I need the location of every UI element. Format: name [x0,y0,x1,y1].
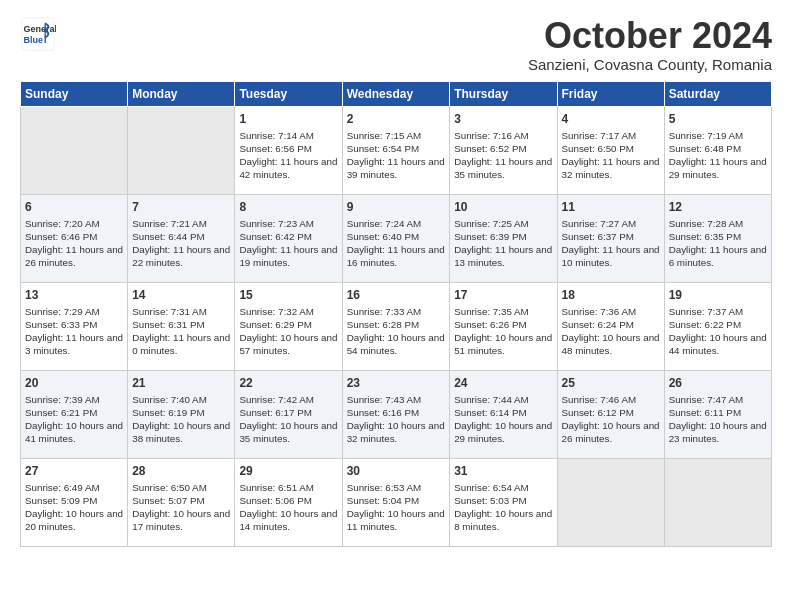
calendar-week-row: 1Sunrise: 7:14 AMSunset: 6:56 PMDaylight… [21,106,772,194]
calendar-cell: 19Sunrise: 7:37 AMSunset: 6:22 PMDayligh… [664,282,771,370]
calendar-cell: 25Sunrise: 7:46 AMSunset: 6:12 PMDayligh… [557,370,664,458]
calendar-cell: 24Sunrise: 7:44 AMSunset: 6:14 PMDayligh… [450,370,557,458]
calendar-cell: 27Sunrise: 6:49 AMSunset: 5:09 PMDayligh… [21,458,128,546]
day-info: Sunrise: 7:47 AMSunset: 6:11 PMDaylight:… [669,393,767,446]
day-info: Sunrise: 7:31 AMSunset: 6:31 PMDaylight:… [132,305,230,358]
day-info: Sunrise: 7:14 AMSunset: 6:56 PMDaylight:… [239,129,337,182]
calendar-cell: 17Sunrise: 7:35 AMSunset: 6:26 PMDayligh… [450,282,557,370]
day-number: 8 [239,199,337,215]
day-info: Sunrise: 7:16 AMSunset: 6:52 PMDaylight:… [454,129,552,182]
calendar-cell: 3Sunrise: 7:16 AMSunset: 6:52 PMDaylight… [450,106,557,194]
calendar-cell: 2Sunrise: 7:15 AMSunset: 6:54 PMDaylight… [342,106,450,194]
calendar-cell: 7Sunrise: 7:21 AMSunset: 6:44 PMDaylight… [128,194,235,282]
day-info: Sunrise: 7:37 AMSunset: 6:22 PMDaylight:… [669,305,767,358]
svg-text:General: General [24,24,56,34]
calendar-cell: 13Sunrise: 7:29 AMSunset: 6:33 PMDayligh… [21,282,128,370]
day-info: Sunrise: 7:46 AMSunset: 6:12 PMDaylight:… [562,393,660,446]
calendar-week-row: 6Sunrise: 7:20 AMSunset: 6:46 PMDaylight… [21,194,772,282]
day-number: 16 [347,287,446,303]
day-number: 18 [562,287,660,303]
day-info: Sunrise: 7:20 AMSunset: 6:46 PMDaylight:… [25,217,123,270]
calendar-cell: 8Sunrise: 7:23 AMSunset: 6:42 PMDaylight… [235,194,342,282]
calendar-cell [557,458,664,546]
day-number: 29 [239,463,337,479]
day-number: 5 [669,111,767,127]
day-info: Sunrise: 7:33 AMSunset: 6:28 PMDaylight:… [347,305,446,358]
calendar-cell: 28Sunrise: 6:50 AMSunset: 5:07 PMDayligh… [128,458,235,546]
day-info: Sunrise: 7:42 AMSunset: 6:17 PMDaylight:… [239,393,337,446]
calendar-cell: 14Sunrise: 7:31 AMSunset: 6:31 PMDayligh… [128,282,235,370]
calendar-cell: 9Sunrise: 7:24 AMSunset: 6:40 PMDaylight… [342,194,450,282]
day-info: Sunrise: 7:32 AMSunset: 6:29 PMDaylight:… [239,305,337,358]
day-info: Sunrise: 6:50 AMSunset: 5:07 PMDaylight:… [132,481,230,534]
calendar-cell: 10Sunrise: 7:25 AMSunset: 6:39 PMDayligh… [450,194,557,282]
day-info: Sunrise: 7:25 AMSunset: 6:39 PMDaylight:… [454,217,552,270]
day-info: Sunrise: 7:23 AMSunset: 6:42 PMDaylight:… [239,217,337,270]
calendar-header-friday: Friday [557,81,664,106]
calendar-header-tuesday: Tuesday [235,81,342,106]
day-number: 15 [239,287,337,303]
page-container: General Blue October 2024 Sanzieni, Cova… [0,0,792,557]
calendar-header-row: SundayMondayTuesdayWednesdayThursdayFrid… [21,81,772,106]
day-info: Sunrise: 7:39 AMSunset: 6:21 PMDaylight:… [25,393,123,446]
calendar-cell: 30Sunrise: 6:53 AMSunset: 5:04 PMDayligh… [342,458,450,546]
calendar-cell: 31Sunrise: 6:54 AMSunset: 5:03 PMDayligh… [450,458,557,546]
day-number: 13 [25,287,123,303]
day-number: 11 [562,199,660,215]
day-info: Sunrise: 7:43 AMSunset: 6:16 PMDaylight:… [347,393,446,446]
day-number: 25 [562,375,660,391]
calendar-cell: 16Sunrise: 7:33 AMSunset: 6:28 PMDayligh… [342,282,450,370]
day-info: Sunrise: 7:35 AMSunset: 6:26 PMDaylight:… [454,305,552,358]
calendar-cell: 12Sunrise: 7:28 AMSunset: 6:35 PMDayligh… [664,194,771,282]
logo-icon: General Blue [20,16,56,52]
calendar-table: SundayMondayTuesdayWednesdayThursdayFrid… [20,81,772,547]
svg-text:Blue: Blue [24,35,44,45]
day-info: Sunrise: 7:19 AMSunset: 6:48 PMDaylight:… [669,129,767,182]
day-info: Sunrise: 7:44 AMSunset: 6:14 PMDaylight:… [454,393,552,446]
day-number: 22 [239,375,337,391]
day-number: 21 [132,375,230,391]
day-number: 3 [454,111,552,127]
day-info: Sunrise: 7:21 AMSunset: 6:44 PMDaylight:… [132,217,230,270]
calendar-cell [21,106,128,194]
calendar-cell: 18Sunrise: 7:36 AMSunset: 6:24 PMDayligh… [557,282,664,370]
day-info: Sunrise: 7:27 AMSunset: 6:37 PMDaylight:… [562,217,660,270]
day-info: Sunrise: 7:40 AMSunset: 6:19 PMDaylight:… [132,393,230,446]
day-info: Sunrise: 6:49 AMSunset: 5:09 PMDaylight:… [25,481,123,534]
calendar-cell [664,458,771,546]
calendar-cell: 29Sunrise: 6:51 AMSunset: 5:06 PMDayligh… [235,458,342,546]
day-number: 19 [669,287,767,303]
day-number: 31 [454,463,552,479]
day-info: Sunrise: 6:54 AMSunset: 5:03 PMDaylight:… [454,481,552,534]
calendar-week-row: 20Sunrise: 7:39 AMSunset: 6:21 PMDayligh… [21,370,772,458]
day-number: 9 [347,199,446,215]
day-info: Sunrise: 7:28 AMSunset: 6:35 PMDaylight:… [669,217,767,270]
calendar-cell: 20Sunrise: 7:39 AMSunset: 6:21 PMDayligh… [21,370,128,458]
title-area: October 2024 Sanzieni, Covasna County, R… [528,16,772,73]
day-number: 23 [347,375,446,391]
calendar-week-row: 27Sunrise: 6:49 AMSunset: 5:09 PMDayligh… [21,458,772,546]
day-number: 20 [25,375,123,391]
calendar-cell: 1Sunrise: 7:14 AMSunset: 6:56 PMDaylight… [235,106,342,194]
header: General Blue October 2024 Sanzieni, Cova… [20,16,772,73]
calendar-cell: 5Sunrise: 7:19 AMSunset: 6:48 PMDaylight… [664,106,771,194]
day-number: 17 [454,287,552,303]
day-number: 24 [454,375,552,391]
calendar-cell: 4Sunrise: 7:17 AMSunset: 6:50 PMDaylight… [557,106,664,194]
day-number: 14 [132,287,230,303]
calendar-cell: 15Sunrise: 7:32 AMSunset: 6:29 PMDayligh… [235,282,342,370]
logo: General Blue [20,16,56,52]
day-number: 2 [347,111,446,127]
location-title: Sanzieni, Covasna County, Romania [528,56,772,73]
day-number: 30 [347,463,446,479]
calendar-header-monday: Monday [128,81,235,106]
day-info: Sunrise: 7:24 AMSunset: 6:40 PMDaylight:… [347,217,446,270]
day-info: Sunrise: 7:36 AMSunset: 6:24 PMDaylight:… [562,305,660,358]
calendar-cell: 22Sunrise: 7:42 AMSunset: 6:17 PMDayligh… [235,370,342,458]
calendar-header-sunday: Sunday [21,81,128,106]
calendar-cell: 26Sunrise: 7:47 AMSunset: 6:11 PMDayligh… [664,370,771,458]
day-number: 7 [132,199,230,215]
day-number: 27 [25,463,123,479]
day-number: 28 [132,463,230,479]
calendar-cell: 23Sunrise: 7:43 AMSunset: 6:16 PMDayligh… [342,370,450,458]
